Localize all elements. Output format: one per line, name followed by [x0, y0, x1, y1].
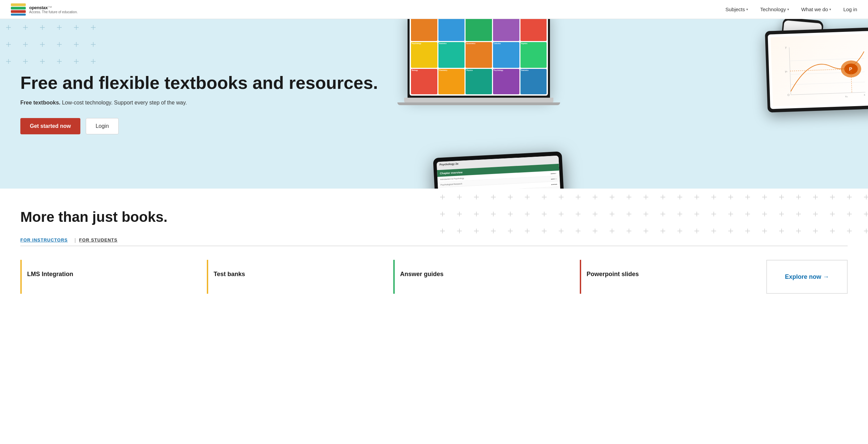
- tablet-graph: P O x y x₀ y₀: [771, 34, 868, 107]
- tab-separator: |: [75, 235, 79, 246]
- svg-line-11: [790, 82, 865, 85]
- tab-instructors[interactable]: FOR INSTRUCTORS: [20, 235, 68, 246]
- tablet-right-device: P O x y x₀ y₀: [765, 27, 868, 113]
- nav-what-we-do[interactable]: What we do ▾: [801, 6, 831, 12]
- hero-subtitle: Free textbooks. Low-cost technology. Sup…: [20, 100, 394, 106]
- graph-svg: P O x y x₀ y₀: [775, 38, 868, 102]
- feature-lms: LMS Integration: [20, 260, 207, 294]
- nav-subjects[interactable]: Subjects ▾: [725, 6, 748, 12]
- feature-powerpoint: Powerpoint slides: [580, 260, 766, 294]
- svg-text:x: x: [864, 93, 865, 96]
- book-tile: Calculus: [411, 19, 437, 41]
- hero-image: CalculusAlgebraBiologyChemistryPhysicsPs…: [414, 19, 868, 189]
- svg-text:O: O: [787, 94, 790, 97]
- laptop-screen: CalculusAlgebraBiologyChemistryPhysicsPs…: [408, 19, 550, 98]
- book-tile: Chemistry: [493, 19, 519, 41]
- subjects-chevron-icon: ▾: [746, 7, 748, 11]
- feature-answer-guides: Answer guides: [393, 260, 580, 294]
- svg-text:x₀: x₀: [845, 95, 848, 98]
- laptop-screen-inner: CalculusAlgebraBiologyChemistryPhysicsPs…: [410, 19, 548, 96]
- svg-rect-0: [11, 3, 26, 6]
- book-tile: Algebra: [438, 19, 465, 41]
- nav-technology[interactable]: Technology ▾: [760, 6, 789, 12]
- logo-brand-text: openstax™: [29, 5, 78, 10]
- svg-rect-1: [11, 7, 26, 9]
- section-tabs: FOR INSTRUCTORS | FOR STUDENTS: [20, 235, 848, 246]
- hero-section: Free and flexible textbooks and resource…: [0, 19, 868, 189]
- laptop-device: CalculusAlgebraBiologyChemistryPhysicsPs…: [408, 19, 550, 105]
- technology-chevron-icon: ▾: [787, 7, 789, 11]
- svg-text:y: y: [785, 46, 786, 49]
- logo[interactable]: openstax™ Access. The future of educatio…: [11, 3, 78, 16]
- tab-students[interactable]: FOR STUDENTS: [79, 235, 117, 246]
- tablet-bottom-body: Psychology 2e Chapter overview Introduct…: [433, 151, 565, 189]
- feature-powerpoint-title: Powerpoint slides: [587, 271, 758, 278]
- nav-links: Subjects ▾ Technology ▾ What we do ▾ Log…: [725, 6, 857, 12]
- navbar: openstax™ Access. The future of educatio…: [0, 0, 868, 19]
- book-tile: Biology: [466, 19, 492, 41]
- hero-content: Free and flexible textbooks and resource…: [0, 19, 414, 189]
- book-tile: Biology: [411, 69, 437, 94]
- hero-buttons: Get started now Login: [20, 118, 394, 134]
- svg-rect-3: [11, 14, 26, 16]
- laptop-base: [404, 98, 553, 102]
- feature-lms-title: LMS Integration: [27, 271, 199, 278]
- more-section: More than just books. FOR INSTRUCTORS | …: [0, 189, 868, 307]
- svg-rect-2: [11, 10, 26, 13]
- book-tile: Physics: [466, 69, 492, 94]
- tablet-bottom-device: Psychology 2e Chapter overview Introduct…: [433, 151, 565, 189]
- svg-line-8: [791, 92, 866, 95]
- more-title: More than just books.: [20, 209, 848, 225]
- login-button[interactable]: Login: [86, 118, 119, 134]
- book-tile: Statistics: [438, 42, 465, 67]
- tablet-right-screen: P O x y x₀ y₀: [768, 31, 868, 109]
- book-tile: Calculus: [493, 42, 519, 67]
- login-link[interactable]: Log in: [843, 6, 857, 12]
- tablet-bottom-screen: Psychology 2e Chapter overview Introduct…: [437, 156, 562, 189]
- devices-container: CalculusAlgebraBiologyChemistryPhysicsPs…: [401, 19, 868, 189]
- get-started-button[interactable]: Get started now: [20, 118, 80, 134]
- book-tile: Physics: [520, 19, 547, 41]
- svg-line-9: [790, 58, 864, 61]
- feature-answer-guides-title: Answer guides: [400, 271, 572, 278]
- book-tile: Economics: [466, 42, 492, 67]
- svg-text:y₀: y₀: [785, 70, 787, 73]
- feature-explore: Explore now →: [766, 260, 848, 294]
- feature-cards: LMS Integration Test banks Answer guides…: [20, 260, 848, 294]
- laptop-foot: [397, 102, 560, 105]
- openstax-logo-icon: [11, 3, 26, 16]
- hero-title: Free and flexible textbooks and resource…: [20, 73, 394, 93]
- feature-test-banks: Test banks: [207, 260, 393, 294]
- tablet-right-body: P O x y x₀ y₀: [765, 27, 868, 113]
- feature-test-banks-title: Test banks: [214, 271, 385, 278]
- book-tile: Psychology: [411, 42, 437, 67]
- logo-tagline: Access. The future of education.: [29, 10, 78, 14]
- explore-now-link[interactable]: Explore now →: [785, 273, 829, 281]
- book-tile: Algebra: [520, 42, 547, 67]
- book-tile: Statistics: [520, 69, 547, 94]
- book-tile: Chemistry: [438, 69, 465, 94]
- what-we-do-chevron-icon: ▾: [829, 7, 831, 11]
- book-tile: Psychology: [493, 69, 519, 94]
